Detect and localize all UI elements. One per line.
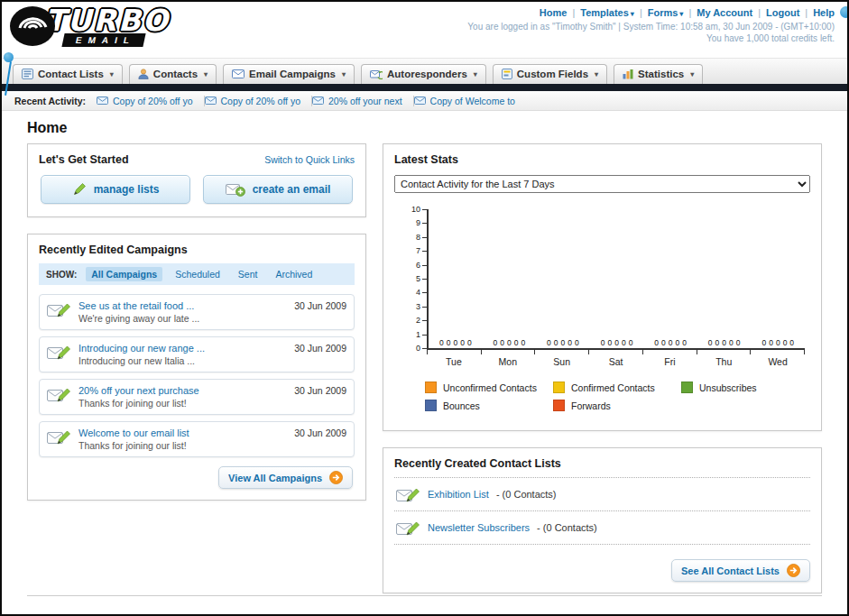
legend-label: Unconfirmed Contacts	[443, 382, 537, 393]
y-axis-tick	[422, 335, 427, 336]
bar-value-label: 0	[622, 339, 626, 347]
filter-sent[interactable]: Sent	[233, 267, 263, 281]
bar-value-label: 0	[789, 339, 794, 347]
manage-lists-button[interactable]: manage lists	[41, 175, 190, 204]
legend-label: Forwards	[571, 400, 611, 411]
contact-list-item[interactable]: Exhibition List- (0 Contacts)	[394, 478, 810, 511]
chevron-down-icon: ▾	[204, 70, 208, 78]
contact-list-item[interactable]: Newsletter Subscribers- (0 Contacts)	[394, 511, 810, 545]
campaign-subtitle: We're giving away our late ...	[78, 313, 287, 324]
bar-value-label: 0	[521, 339, 525, 347]
autoresponders-icon	[370, 69, 383, 79]
contact-list-detail: - (0 Contacts)	[537, 522, 597, 533]
y-axis-label: 0	[416, 345, 420, 353]
see-all-contact-lists-button[interactable]: See All Contact Lists	[671, 559, 810, 582]
chevron-down-icon: ▾	[679, 10, 683, 18]
recent-activity-item[interactable]: Copy of 20% off yo	[205, 96, 313, 106]
email-campaigns-icon	[232, 69, 245, 78]
filter-all-campaigns[interactable]: All Campaigns	[86, 267, 162, 281]
contact-list-link[interactable]: Newsletter Subscribers	[428, 522, 530, 533]
nav-tab-statistics[interactable]: Statistics▾	[614, 64, 703, 84]
nav-tab-label: Statistics	[638, 69, 684, 79]
campaigns-panel-title: Recently Edited Campaigns	[39, 244, 355, 256]
recent-activity-item[interactable]: Copy of 20% off yo	[97, 96, 205, 106]
credits-info: You have 1,000 total credits left.	[467, 33, 835, 43]
envelope-icon	[414, 97, 426, 105]
legend-item: Confirmed Contacts	[553, 382, 681, 393]
bar-value-label: 0	[776, 339, 780, 347]
x-axis-label: Tue	[427, 356, 481, 367]
legend-swatch	[681, 382, 693, 393]
top-links: Home|Templates▾|Forms▾|My Account|Logout…	[467, 7, 835, 18]
y-axis-label: 7	[416, 247, 420, 255]
nav-tab-contact-lists[interactable]: Contact Lists▾	[13, 64, 123, 84]
filter-scheduled[interactable]: Scheduled	[170, 267, 226, 281]
bar-value-label: 0	[514, 339, 519, 347]
chevron-down-icon: ▾	[690, 70, 694, 78]
campaign-date: 30 Jun 2009	[294, 385, 346, 396]
recent-activity-bar: Recent Activity: Copy of 20% off yoCopy …	[2, 91, 847, 111]
envelope-pencil-icon	[47, 385, 71, 403]
blue-dot-decoration	[4, 52, 14, 62]
arrow-right-icon	[329, 471, 343, 484]
campaign-row[interactable]: Introducing our new range ...Introducing…	[39, 336, 355, 372]
campaign-title-link[interactable]: See us at the retail food ...	[78, 300, 287, 311]
nav-tab-autoresponders[interactable]: Autoresponders▾	[361, 64, 486, 84]
campaign-title-link[interactable]: 20% off your next purchase	[78, 385, 287, 396]
recent-activity-item-label: 20% off your next	[328, 96, 402, 106]
bar-value-label: 0	[708, 339, 713, 347]
legend-item: Unsubscribes	[681, 382, 809, 393]
get-started-buttons: manage listscreate an email	[39, 175, 355, 206]
recent-activity-item[interactable]: Copy of Welcome to	[414, 96, 526, 106]
bar-value-label: 0	[682, 339, 687, 347]
campaign-date: 30 Jun 2009	[294, 300, 346, 311]
y-axis-tick	[422, 209, 427, 210]
bar-value-label: 0	[547, 339, 551, 347]
top-link-help[interactable]: Help	[813, 7, 835, 18]
campaign-row[interactable]: 20% off your next purchaseThanks for joi…	[39, 379, 355, 415]
create-an-email-button[interactable]: create an email	[203, 175, 353, 204]
top-link-forms[interactable]: Forms▾	[648, 7, 684, 18]
bar-value-label: 0	[460, 339, 465, 347]
view-all-campaigns-button[interactable]: View All Campaigns	[218, 466, 353, 489]
campaign-title-link[interactable]: Introducing our new range ...	[78, 343, 287, 354]
stats-period-select[interactable]: Contact Activity for the Last 7 Days	[394, 175, 810, 193]
switch-to-quick-links-link[interactable]: Switch to Quick Links	[264, 154, 355, 165]
y-axis-tick	[422, 251, 427, 252]
chart-bar-group: 00000	[751, 209, 805, 348]
y-axis-label: 1	[416, 331, 420, 339]
top-link-logout[interactable]: Logout	[766, 7, 799, 18]
nav-tab-custom-fields[interactable]: Custom Fields▾	[493, 64, 607, 84]
nav-tab-contacts[interactable]: Contacts▾	[129, 64, 217, 84]
campaign-row[interactable]: See us at the retail food ...We're givin…	[39, 294, 355, 330]
contact-list-link[interactable]: Exhibition List	[428, 489, 489, 500]
nav-tab-label: Contact Lists	[38, 69, 104, 79]
campaign-row[interactable]: Welcome to our email listThanks for join…	[39, 421, 355, 457]
footer-divider	[27, 595, 822, 596]
campaign-body: Introducing our new range ...Introducing…	[78, 343, 287, 366]
chart-x-labels: TueMonSunSatFriThuWed	[427, 356, 805, 367]
top-link-home[interactable]: Home	[540, 7, 568, 18]
envelope-icon	[312, 97, 324, 105]
main-nav: Contact Lists▾Contacts▾Email Campaigns▾A…	[2, 58, 847, 84]
chart-plot: 00000000000000000000000000000000000	[427, 209, 805, 350]
statistics-icon	[623, 69, 633, 79]
top-link-my-account[interactable]: My Account	[697, 7, 752, 18]
y-axis-tick	[422, 292, 427, 293]
envelope-pencil-icon	[396, 485, 420, 503]
page-title: Home	[27, 120, 847, 136]
bar-value-label: 0	[729, 339, 734, 347]
nav-tab-email-campaigns[interactable]: Email Campaigns▾	[223, 64, 355, 84]
filter-archived[interactable]: Archived	[270, 267, 318, 281]
y-axis-tick	[422, 307, 427, 308]
contact-activity-chart: 012345678910 000000000000000000000000000…	[405, 209, 805, 367]
x-axis-label: Sun	[535, 356, 589, 367]
envelope-icon	[205, 97, 217, 105]
campaign-date: 30 Jun 2009	[294, 428, 346, 438]
campaign-title-link[interactable]: Welcome to our email list	[78, 428, 287, 438]
top-link-templates[interactable]: Templates▾	[580, 7, 634, 18]
x-axis-label: Wed	[751, 356, 805, 367]
recent-activity-item[interactable]: 20% off your next	[312, 96, 414, 106]
y-axis-tick	[422, 223, 427, 224]
link-separator: |	[805, 7, 807, 18]
